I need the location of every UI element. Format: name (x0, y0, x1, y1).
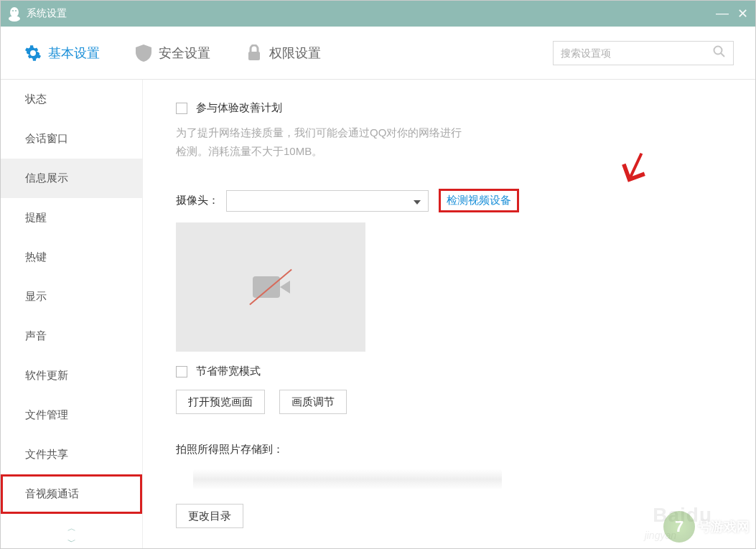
sidebar-item-label: 音视频通话 (25, 487, 79, 501)
arrow-annotation-icon (610, 145, 657, 194)
watermark-jingyan: jingyan (645, 530, 676, 541)
bandwidth-label: 节省带宽模式 (196, 365, 261, 378)
window-title: 系统设置 (27, 7, 716, 20)
tab-security-settings[interactable]: 安全设置 (134, 44, 210, 62)
sidebar-item-fileshare[interactable]: 文件共享 (1, 435, 142, 474)
sidebar-item-infodisplay[interactable]: 信息展示 (1, 159, 142, 198)
shield-icon (134, 44, 153, 62)
dropdown-arrow-icon (414, 194, 421, 207)
sidebar-item-label: 信息展示 (25, 172, 68, 185)
sidebar-item-chatwindow[interactable]: 会话窗口 (1, 119, 142, 159)
main-area: 状态 会话窗口 信息展示 提醒 热键 显示 声音 软件更新 文件管理 文件共享 … (1, 80, 755, 548)
improvement-plan-label: 参与体验改善计划 (196, 101, 282, 115)
settings-tabs: 基本设置 安全设置 权限设置 (1, 27, 755, 80)
sidebar-item-label: 提醒 (25, 211, 47, 225)
sidebar-item-label: 显示 (25, 290, 47, 304)
chevron-down-icon: ﹀ (67, 536, 76, 548)
tab-label: 权限设置 (269, 44, 321, 62)
video-preview (176, 222, 365, 352)
sidebar-item-hotkey[interactable]: 热键 (1, 238, 142, 277)
sidebar-item-filemanage[interactable]: 文件管理 (1, 395, 142, 435)
sidebar: 状态 会话窗口 信息展示 提醒 热键 显示 声音 软件更新 文件管理 文件共享 … (1, 80, 143, 548)
sidebar-scroll-arrows[interactable]: ︿ ﹀ (1, 522, 142, 548)
sidebar-item-status[interactable]: 状态 (1, 80, 142, 119)
svg-point-2 (12, 10, 14, 11)
svg-point-3 (15, 10, 17, 11)
bandwidth-checkbox[interactable] (176, 366, 187, 377)
sidebar-item-reminder[interactable]: 提醒 (1, 198, 142, 238)
open-preview-button[interactable]: 打开预览画面 (176, 390, 265, 414)
sidebar-item-label: 状态 (25, 93, 47, 106)
svg-rect-4 (248, 52, 260, 60)
video-btn-row: 打开预览画面 画质调节 (176, 390, 734, 414)
sidebar-item-update[interactable]: 软件更新 (1, 356, 142, 395)
chevron-up-icon: ︿ (67, 522, 76, 535)
photo-storage-path (193, 469, 502, 489)
photo-storage-label: 拍照所得照片存储到： (176, 443, 734, 456)
sidebar-item-label: 声音 (25, 329, 47, 343)
search-icon (713, 45, 726, 61)
close-button[interactable]: ✕ (737, 6, 748, 22)
svg-point-5 (714, 46, 722, 54)
camera-label: 摄像头： (176, 194, 219, 207)
search-input[interactable] (561, 47, 713, 59)
sidebar-item-label: 热键 (25, 250, 47, 264)
tab-label: 基本设置 (48, 44, 100, 62)
improvement-plan-row: 参与体验改善计划 (176, 101, 734, 115)
content-panel: 参与体验改善计划 为了提升网络连接质量，我们可能会通过QQ对你的网络进行检测。消… (143, 80, 755, 548)
bandwidth-row: 节省带宽模式 (176, 365, 734, 378)
sidebar-item-display[interactable]: 显示 (1, 277, 142, 316)
svg-point-0 (10, 7, 19, 17)
svg-line-6 (721, 53, 724, 57)
gear-icon (24, 44, 42, 62)
detect-video-highlight: 检测视频设备 (439, 189, 519, 212)
camera-row: 摄像头： 检测视频设备 (176, 189, 734, 212)
no-video-icon (253, 273, 289, 301)
sidebar-item-avcall[interactable]: 音视频通话 (1, 474, 142, 514)
sidebar-item-label: 文件管理 (25, 408, 68, 422)
change-directory-button[interactable]: 更改目录 (176, 504, 243, 528)
improvement-plan-checkbox[interactable] (176, 103, 187, 114)
titlebar: 系统设置 — ✕ (1, 1, 755, 27)
sidebar-item-label: 文件共享 (25, 448, 68, 461)
svg-point-1 (9, 16, 20, 22)
tab-label: 安全设置 (159, 44, 210, 62)
sidebar-item-sound[interactable]: 声音 (1, 316, 142, 356)
sidebar-item-label: 软件更新 (25, 369, 68, 383)
search-box[interactable] (553, 41, 734, 65)
quality-adjust-button[interactable]: 画质调节 (279, 390, 347, 414)
tab-permission-settings[interactable]: 权限设置 (245, 44, 321, 62)
lock-icon (245, 44, 263, 62)
tab-basic-settings[interactable]: 基本设置 (24, 44, 100, 62)
improvement-plan-desc: 为了提升网络连接质量，我们可能会通过QQ对你的网络进行检测。消耗流量不大于10M… (176, 123, 463, 160)
camera-dropdown[interactable] (226, 190, 429, 212)
window-controls: — ✕ (716, 6, 748, 22)
app-icon (8, 6, 21, 22)
sidebar-item-label: 会话窗口 (25, 132, 68, 146)
svg-marker-7 (414, 200, 421, 205)
minimize-button[interactable]: — (716, 6, 729, 22)
detect-video-device-link[interactable]: 检测视频设备 (447, 194, 511, 206)
